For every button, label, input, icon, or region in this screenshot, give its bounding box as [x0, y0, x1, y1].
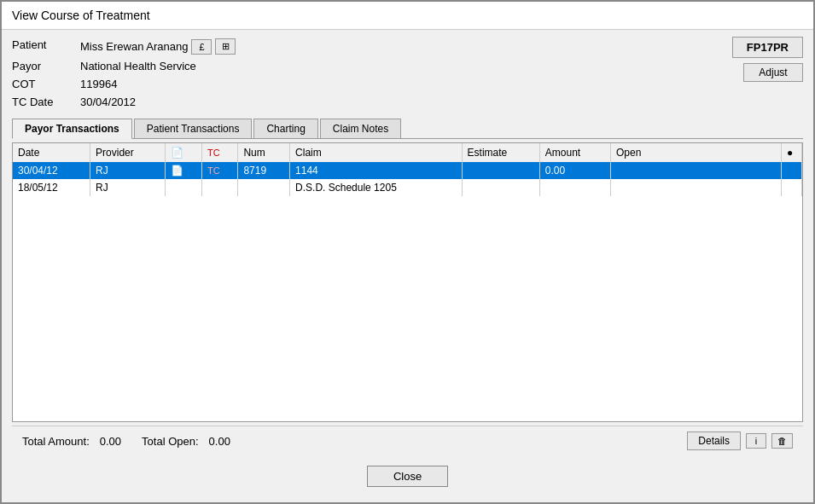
total-open-label: Total Open:	[142, 435, 199, 448]
cell-open	[611, 162, 782, 179]
col-header-estimate: Estimate	[462, 143, 539, 162]
delete-button[interactable]: 🗑	[771, 433, 793, 449]
dialog-title: View Course of Treatment	[2, 2, 813, 30]
cell-estimate	[462, 162, 539, 179]
col-header-num: Num	[238, 143, 290, 162]
patient-value-row: Miss Erewan Aranang £ ⊞	[80, 37, 732, 56]
details-button[interactable]: Details	[687, 432, 741, 450]
cell-provider: RJ	[90, 162, 166, 179]
main-dialog: View Course of Treatment Patient Miss Er…	[0, 0, 815, 504]
payor-value: National Health Service	[80, 60, 196, 72]
cell-provider: RJ	[90, 179, 166, 196]
tab-payor-transactions[interactable]: Payor Transactions	[12, 119, 132, 139]
info-grid: Patient Miss Erewan Aranang £ ⊞ Payor Na…	[12, 37, 732, 110]
tcdate-value-row: 30/04/2012	[80, 94, 732, 110]
total-amount-value: 0.00	[100, 435, 121, 448]
tabs-area: Payor Transactions Patient Transactions …	[12, 119, 803, 139]
tcdate-value: 30/04/2012	[80, 96, 136, 108]
table-row[interactable]: 30/04/12 RJ 📄 TC 8719 1144 0.00	[13, 162, 802, 179]
cell-amount	[539, 179, 610, 196]
cell-tc	[202, 179, 238, 196]
col-header-tc: TC	[202, 143, 238, 162]
table-row[interactable]: 18/05/12 RJ D.S.D. Schedule 1205	[13, 179, 802, 196]
info-button[interactable]: i	[746, 433, 766, 449]
cell-num	[238, 179, 290, 196]
transactions-table-container: Date Provider 📄 TC Num Claim Estimate Am…	[12, 142, 803, 422]
cell-open	[611, 179, 782, 196]
cell-num: 8719	[238, 162, 290, 179]
cell-tc: TC	[202, 162, 238, 179]
content-area: Patient Miss Erewan Aranang £ ⊞ Payor Na…	[2, 30, 813, 502]
cot-label: COT	[12, 76, 80, 92]
cell-doc	[166, 179, 202, 196]
patient-label: Patient	[12, 37, 80, 56]
tab-charting[interactable]: Charting	[253, 119, 317, 138]
payor-label: Payor	[12, 58, 80, 74]
cell-amount: 0.00	[539, 162, 610, 179]
tcdate-label: TC Date	[12, 94, 80, 110]
close-row: Close	[12, 459, 803, 495]
cot-value-row: 119964	[80, 76, 732, 92]
col-header-open: Open	[611, 143, 782, 162]
patient-icon-button[interactable]: ⊞	[215, 38, 236, 55]
cot-value: 119964	[80, 78, 117, 90]
title-text: View Course of Treatment	[12, 9, 150, 22]
col-header-amount: Amount	[539, 143, 610, 162]
col-header-doc: 📄	[166, 143, 202, 162]
tab-patient-transactions[interactable]: Patient Transactions	[134, 119, 253, 138]
currency-button[interactable]: £	[191, 39, 212, 55]
cell-icon	[782, 162, 802, 179]
cell-claim: 1144	[290, 162, 462, 179]
col-header-claim: Claim	[290, 143, 462, 162]
fp17pr-button[interactable]: FP17PR	[732, 37, 803, 58]
footer-bar: Total Amount: 0.00 Total Open: 0.00 Deta…	[12, 426, 803, 455]
table-header-row: Date Provider 📄 TC Num Claim Estimate Am…	[13, 143, 802, 162]
close-button[interactable]: Close	[367, 466, 448, 487]
cell-icon	[782, 179, 802, 196]
adjust-button[interactable]: Adjust	[743, 63, 803, 82]
patient-info-area: Patient Miss Erewan Aranang £ ⊞ Payor Na…	[12, 37, 732, 115]
header-area: Patient Miss Erewan Aranang £ ⊞ Payor Na…	[12, 37, 803, 115]
payor-value-row: National Health Service	[80, 58, 732, 74]
transactions-table: Date Provider 📄 TC Num Claim Estimate Am…	[13, 143, 802, 196]
cell-date: 30/04/12	[13, 162, 90, 179]
patient-name: Miss Erewan Aranang	[80, 40, 188, 53]
col-header-date: Date	[13, 143, 90, 162]
tab-claim-notes[interactable]: Claim Notes	[320, 119, 401, 138]
col-header-provider: Provider	[90, 143, 166, 162]
cell-estimate	[462, 179, 539, 196]
footer-actions: Details i 🗑	[687, 432, 793, 450]
col-header-icon: ●	[782, 143, 802, 162]
cell-claim: D.S.D. Schedule 1205	[290, 179, 462, 196]
header-right-buttons: FP17PR Adjust	[732, 37, 803, 82]
cell-doc: 📄	[166, 162, 202, 179]
total-open-value: 0.00	[209, 435, 230, 448]
cell-date: 18/05/12	[13, 179, 90, 196]
total-amount-label: Total Amount:	[22, 435, 90, 448]
